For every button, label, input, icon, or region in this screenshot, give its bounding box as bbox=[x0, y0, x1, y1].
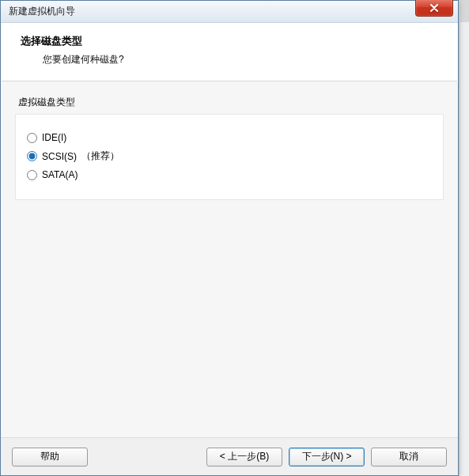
radio-ide-label: IDE(I) bbox=[42, 132, 66, 143]
radio-scsi-suffix: （推荐） bbox=[81, 149, 119, 163]
close-button[interactable] bbox=[415, 0, 453, 17]
help-button[interactable]: 帮助 bbox=[12, 448, 88, 467]
radio-scsi[interactable]: SCSI(S) （推荐） bbox=[27, 149, 432, 163]
radio-scsi-label: SCSI(S) bbox=[42, 151, 77, 162]
header-subtitle: 您要创建何种磁盘? bbox=[43, 53, 443, 66]
header-title: 选择磁盘类型 bbox=[21, 34, 443, 48]
wizard-content: 虚拟磁盘类型 IDE(I) SCSI(S) （推荐） SATA(A) bbox=[1, 81, 458, 453]
back-button[interactable]: < 上一步(B) bbox=[206, 448, 282, 467]
window-title: 新建虚拟机向导 bbox=[9, 5, 75, 18]
radio-sata-input[interactable] bbox=[27, 170, 37, 180]
wizard-header: 选择磁盘类型 您要创建何种磁盘? bbox=[2, 23, 457, 81]
background-hint bbox=[460, 22, 469, 476]
wizard-footer: 帮助 < 上一步(B) 下一步(N) > 取消 bbox=[1, 437, 458, 475]
disk-type-group-label: 虚拟磁盘类型 bbox=[18, 96, 444, 109]
close-icon bbox=[429, 4, 439, 12]
disk-type-group: IDE(I) SCSI(S) （推荐） SATA(A) bbox=[15, 114, 444, 200]
radio-ide[interactable]: IDE(I) bbox=[27, 132, 432, 143]
cancel-button[interactable]: 取消 bbox=[371, 448, 447, 467]
radio-sata-label: SATA(A) bbox=[42, 169, 78, 180]
radio-sata[interactable]: SATA(A) bbox=[27, 169, 432, 180]
wizard-window: 新建虚拟机向导 选择磁盘类型 您要创建何种磁盘? 虚拟磁盘类型 IDE(I) S… bbox=[0, 0, 459, 476]
next-button[interactable]: 下一步(N) > bbox=[289, 448, 365, 467]
titlebar: 新建虚拟机向导 bbox=[1, 1, 458, 23]
radio-scsi-input[interactable] bbox=[27, 151, 37, 161]
radio-ide-input[interactable] bbox=[27, 133, 37, 143]
